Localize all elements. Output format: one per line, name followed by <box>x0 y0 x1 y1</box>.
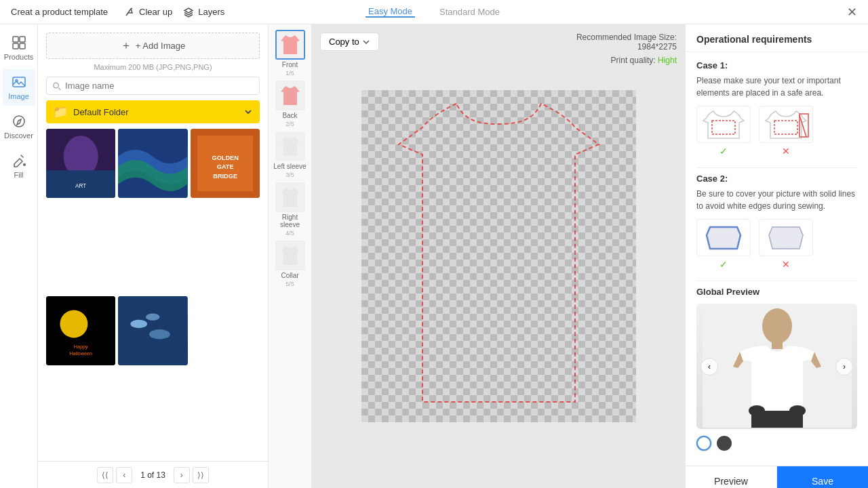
rec-size-label: Recommended Image Size: 1984*2275 <box>576 33 677 52</box>
left-sleeve-thumb-img <box>275 131 305 161</box>
canvas-area: Copy to Recommended Image Size: 1984*227… <box>312 24 685 488</box>
right-sleeve-thumb-img <box>275 182 305 212</box>
right-panel: Operational requirements Case 1: Please … <box>685 24 868 488</box>
case1-correct-mark: ✓ <box>719 146 728 157</box>
preview-prev-button[interactable]: ‹ <box>701 358 718 375</box>
chevron-down-icon <box>362 38 370 46</box>
preview-button[interactable]: Preview <box>686 466 777 488</box>
svg-rect-33 <box>772 341 783 349</box>
case2-examples: ✓ ✕ <box>696 219 857 270</box>
svg-text:ART: ART <box>75 183 86 189</box>
case1-desc: Please make sure your text or important … <box>696 75 857 99</box>
page-title: Creat a product template <box>11 7 108 17</box>
svg-point-6 <box>14 116 24 127</box>
sidebar-fill-label: Fill <box>14 171 23 179</box>
standard-mode-button[interactable]: Standard Mode <box>437 6 502 18</box>
list-item[interactable] <box>118 129 187 198</box>
layers-button[interactable]: Layers <box>183 7 224 18</box>
back-thumb-img <box>275 81 305 110</box>
back-slot: 2/5 <box>285 121 294 127</box>
view-left-sleeve[interactable]: Left sleeve 3/5 <box>273 131 308 178</box>
preview-next-button[interactable]: › <box>835 358 853 375</box>
global-preview-image: ‹ › <box>696 304 857 429</box>
sidebar-item-image[interactable]: Image <box>3 69 35 106</box>
svg-point-32 <box>762 308 792 344</box>
mode-switcher: Easy Mode Standard Mode <box>366 6 502 18</box>
list-item[interactable]: Happy Halloween <box>46 296 115 365</box>
list-item[interactable]: ART <box>46 129 115 198</box>
right-panel-title: Operational requirements <box>686 24 868 52</box>
search-icon <box>52 81 61 91</box>
svg-point-25 <box>149 329 170 339</box>
left-sidebar: Products Image <box>0 24 38 488</box>
clear-up-button[interactable]: Clear up <box>124 7 172 18</box>
case2-wrong-img <box>759 219 813 256</box>
case2-desc: Be sure to cover your picture with solid… <box>696 188 857 212</box>
first-page-button[interactable]: ⟨⟨ <box>97 467 113 483</box>
svg-text:Happy: Happy <box>74 344 88 350</box>
sidebar-image-label: Image <box>8 92 29 100</box>
list-item[interactable]: GOLDEN GATE BRIDGE <box>191 129 260 198</box>
add-image-button[interactable]: ＋ + Add Image <box>46 33 260 59</box>
left-sleeve-slot: 3/5 <box>285 171 294 178</box>
case1-examples: ✓ ✕ <box>696 106 857 157</box>
case2-wrong-mark: ✕ <box>782 259 790 270</box>
case1-correct-example: ✓ <box>696 106 751 157</box>
right-panel-content: Case 1: Please make sure your text or im… <box>686 52 868 466</box>
preview-svg <box>703 306 852 428</box>
header: Creat a product template Clear up Layers… <box>0 0 868 24</box>
collar-thumb-img <box>275 241 305 270</box>
grid-icon <box>12 35 26 50</box>
copy-to-button[interactable]: Copy to <box>320 33 379 51</box>
view-collar[interactable]: Collar 5/5 <box>273 241 308 287</box>
svg-text:BRIDGE: BRIDGE <box>213 173 237 180</box>
add-icon: ＋ <box>121 39 132 53</box>
easy-mode-button[interactable]: Easy Mode <box>366 6 415 18</box>
next-page-button[interactable]: › <box>174 467 190 483</box>
swatch-white[interactable] <box>696 436 711 451</box>
view-right-sleeve[interactable]: Right sleeve 4/5 <box>273 182 308 237</box>
svg-point-7 <box>23 163 26 166</box>
view-back[interactable]: Back 2/5 <box>273 81 308 127</box>
save-button[interactable]: Save <box>777 466 868 488</box>
shirt-canvas-svg <box>361 90 636 422</box>
prev-page-button[interactable]: ‹ <box>116 467 132 483</box>
right-panel-footer: Preview Save <box>686 466 868 488</box>
canvas-viewport <box>312 24 685 488</box>
svg-rect-28 <box>712 121 735 134</box>
print-quality: Print quality: Hight <box>576 56 677 65</box>
sidebar-item-fill[interactable]: Fill <box>3 148 35 184</box>
svg-rect-29 <box>774 121 797 134</box>
case2-correct-img <box>696 219 751 256</box>
sidebar-item-discover[interactable]: Discover <box>3 108 35 145</box>
folder-selector[interactable]: 📁 Default Folder <box>46 100 260 123</box>
page-info: 1 of 13 <box>135 470 171 480</box>
add-image-hint: Maximum 200 MB (JPG,PNG,PNG) <box>46 63 260 71</box>
left-sleeve-label: Left sleeve <box>273 163 306 170</box>
right-sleeve-slot: 4/5 <box>285 230 294 237</box>
svg-point-8 <box>54 83 58 87</box>
collar-slot: 5/5 <box>285 281 294 287</box>
case2-wrong-example: ✕ <box>759 219 813 270</box>
sidebar-item-products[interactable]: Products <box>3 30 35 66</box>
svg-rect-0 <box>13 37 18 42</box>
case1-correct-img <box>696 106 751 143</box>
svg-point-20 <box>60 310 87 338</box>
search-box <box>46 77 260 95</box>
swatch-dark[interactable] <box>717 436 732 451</box>
image-grid: ART GOLDEN GATE BRI <box>38 129 268 461</box>
collar-label: Collar <box>281 272 298 279</box>
view-front[interactable]: Front 1/5 <box>273 30 308 77</box>
last-page-button[interactable]: ⟩⟩ <box>193 467 209 483</box>
asset-panel: ＋ + Add Image Maximum 200 MB (JPG,PNG,PN… <box>38 24 269 488</box>
pagination: ⟨⟨ ‹ 1 of 13 › ⟩⟩ <box>38 461 268 488</box>
close-button[interactable]: ✕ <box>847 5 857 20</box>
svg-rect-27 <box>361 90 636 422</box>
view-strip: Front 1/5 Back 2/5 <box>269 24 312 488</box>
layers-icon <box>183 7 194 18</box>
main-content: Products Image <box>0 24 868 488</box>
list-item[interactable] <box>118 296 187 365</box>
search-input[interactable] <box>65 81 254 91</box>
svg-rect-4 <box>13 77 25 87</box>
svg-rect-36 <box>751 411 803 428</box>
